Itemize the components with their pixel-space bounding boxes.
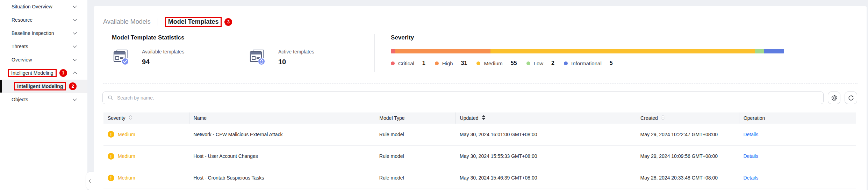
cell-severity: !Medium (103, 124, 189, 145)
sidebar-collapse-handle[interactable] (86, 172, 94, 190)
cell-model-type: Rule model (375, 145, 455, 167)
legend-label: Medium (484, 60, 502, 66)
refresh-button[interactable] (845, 92, 857, 104)
cell-name: Network - CFW Malicious External Attack (189, 124, 375, 145)
search-icon (108, 95, 113, 101)
severity-cell: !Medium (108, 131, 185, 138)
section-divider (374, 34, 375, 72)
table-row: !MediumHost - Crontab Suspicious TasksRu… (103, 167, 856, 189)
stat-label: Available templates (142, 49, 184, 54)
legend-item-critical: Critical1 (391, 60, 425, 66)
severity-segment-high (395, 49, 490, 53)
legend-value: 1 (422, 60, 425, 66)
severity-segment-low (755, 49, 764, 53)
cell-model-type: Rule model (375, 124, 455, 145)
sidebar-item-label: Resource (12, 17, 33, 23)
cell-created: May 29, 2024 10:09:56 GMT+08:00 (636, 145, 739, 167)
severity-segment-medium (490, 49, 755, 53)
search-box (102, 92, 824, 104)
column-header-inner: Created (640, 115, 735, 121)
sidebar-subitem[interactable]: Intelligent Modeling2 (0, 80, 87, 93)
legend-label: High (442, 60, 453, 66)
sidebar-item[interactable]: Baseline Inspection (0, 27, 87, 40)
chevron-down-icon (73, 4, 77, 8)
severity-section: Severity Critical1High31Medium55Low2Info… (391, 34, 784, 66)
sidebar-item[interactable]: Objects (0, 93, 87, 106)
selected-indicator (0, 80, 2, 93)
severity-label: Medium (118, 132, 135, 137)
legend-item-high: High31 (435, 60, 467, 66)
template-check-icon (112, 48, 130, 66)
chevron-left-icon (89, 179, 92, 183)
legend-label: Low (534, 60, 544, 66)
table-row: !MediumNetwork - CFW Malicious External … (103, 124, 856, 145)
sort-icon[interactable] (482, 115, 486, 120)
chevron-down-icon (73, 97, 77, 101)
toolbar (102, 92, 857, 104)
legend-value: 2 (551, 60, 554, 66)
severity-title: Severity (391, 34, 784, 41)
column-label: Model Type (379, 115, 404, 121)
annotation-badge: 2 (69, 82, 77, 90)
sidebar-item-label: Situation Overview (12, 4, 52, 9)
chevron-down-icon (73, 57, 77, 61)
column-label: Operation (744, 115, 765, 121)
sort-icon[interactable] (129, 115, 132, 120)
cell-name: Host - Crontab Suspicious Tasks (189, 167, 375, 189)
tab-model-templates[interactable]: Model Templates (165, 17, 222, 27)
sidebar-menu: Situation OverviewResourceBaseline Inspe… (0, 0, 87, 106)
template-flame-icon (248, 48, 266, 66)
statistics-title: Model Template Statistics (112, 34, 185, 41)
refresh-icon (848, 95, 854, 101)
medium-severity-icon: ! (108, 131, 114, 138)
legend-value: 55 (511, 60, 517, 66)
main-card: Available ModelsModel Templates3 Model T… (94, 6, 867, 190)
column-header-inner: Model Type (379, 115, 451, 121)
stat-meta: Active templates10 (278, 48, 314, 66)
gear-icon (831, 95, 838, 101)
legend-dot (526, 61, 530, 65)
legend-dot (564, 61, 568, 65)
tab-label: Available Models (103, 18, 151, 25)
sidebar-item[interactable]: Intelligent Modeling1 (0, 66, 87, 80)
legend-value: 31 (461, 60, 467, 66)
stat-active-templates: Active templates10 (248, 48, 314, 66)
sidebar-item[interactable]: Threats (0, 40, 87, 53)
severity-cell: !Medium (108, 153, 185, 160)
chevron-up-icon (73, 72, 77, 75)
chevron-down-icon (73, 17, 77, 21)
column-header-inner: Severity (108, 115, 185, 121)
settings-button[interactable] (828, 92, 840, 104)
stat-available-templates: Available templates94 (112, 48, 184, 66)
severity-cell: !Medium (108, 175, 185, 181)
legend-dot (476, 61, 480, 65)
legend-label: Informational (571, 60, 602, 66)
sidebar-item[interactable]: Resource (0, 13, 87, 27)
sidebar-item-label: Threats (12, 44, 28, 49)
tab-available-models[interactable]: Available Models (103, 18, 151, 25)
column-header-name: Name (189, 112, 375, 124)
column-label: Created (640, 115, 658, 121)
details-link[interactable]: Details (743, 153, 758, 159)
column-header-severity[interactable]: Severity (103, 112, 189, 124)
column-header-updated[interactable]: Updated (455, 112, 636, 124)
sort-icon[interactable] (661, 115, 665, 120)
legend-dot (391, 61, 395, 65)
column-header-inner: Operation (744, 115, 852, 121)
annotation-badge: 1 (59, 69, 67, 77)
legend-dot (435, 61, 439, 65)
column-label: Updated (460, 115, 479, 121)
table-header-row: SeverityNameModel TypeUpdatedCreatedOper… (103, 112, 856, 124)
details-link[interactable]: Details (743, 132, 758, 137)
legend-item-low: Low2 (526, 60, 554, 66)
cell-operation: Details (739, 145, 856, 167)
column-header-inner: Updated (460, 115, 632, 121)
column-header-created[interactable]: Created (636, 112, 739, 124)
column-header-model-type: Model Type (375, 112, 455, 124)
search-input[interactable] (116, 95, 823, 101)
column-header-operation: Operation (739, 112, 856, 124)
stat-meta: Available templates94 (142, 48, 184, 66)
sidebar-item[interactable]: Situation Overview (0, 0, 87, 13)
details-link[interactable]: Details (743, 175, 758, 181)
sidebar-item[interactable]: Overview (0, 53, 87, 66)
